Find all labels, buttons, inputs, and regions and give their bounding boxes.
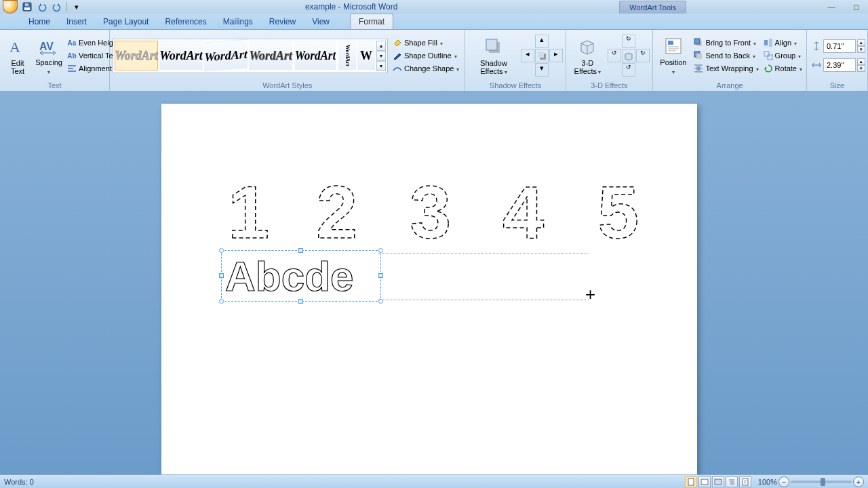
zoom-in-button[interactable]: + bbox=[853, 476, 864, 487]
alignment-icon bbox=[66, 63, 77, 74]
tab-insert[interactable]: Insert bbox=[58, 14, 95, 29]
height-spin-up[interactable]: ▴ bbox=[857, 39, 865, 46]
spacing-button[interactable]: AV Spacing bbox=[34, 34, 64, 77]
qat-customize-icon[interactable]: ▾ bbox=[70, 1, 83, 13]
svg-text:1: 1 bbox=[228, 170, 269, 251]
view-full-screen[interactable] bbox=[698, 476, 711, 487]
width-spin-up[interactable]: ▴ bbox=[857, 58, 865, 65]
zoom-level[interactable]: 100% bbox=[758, 478, 777, 486]
3d-effects-button[interactable]: 3-D Effects bbox=[569, 35, 607, 77]
tab-view[interactable]: View bbox=[304, 14, 338, 29]
svg-text:AV: AV bbox=[39, 41, 54, 52]
svg-rect-8 bbox=[538, 52, 544, 58]
svg-rect-27 bbox=[701, 479, 708, 485]
shape-fill-button[interactable]: Shape Fill bbox=[391, 37, 460, 49]
wordart-letters-selected[interactable]: Abcde bbox=[224, 253, 378, 299]
wordart-style-4[interactable]: WordArt bbox=[249, 41, 292, 70]
tab-page-layout[interactable]: Page Layout bbox=[95, 14, 157, 29]
undo-icon[interactable] bbox=[35, 1, 49, 13]
tilt-right[interactable]: ↻ bbox=[636, 49, 650, 62]
tilt-down[interactable]: ↺ bbox=[622, 63, 635, 77]
wordart-style-3[interactable]: WordArt bbox=[204, 39, 248, 72]
group-icon bbox=[763, 50, 774, 61]
nudge-shadow-right[interactable]: ▸ bbox=[549, 49, 563, 62]
shadow-icon bbox=[483, 36, 505, 58]
wordart-numbers: 1 2 3 4 5 bbox=[201, 157, 689, 251]
tab-review[interactable]: Review bbox=[261, 14, 304, 29]
tilt-up[interactable]: ↻ bbox=[622, 35, 635, 48]
gallery-scroll-up[interactable]: ▴ bbox=[376, 41, 386, 51]
view-draft[interactable] bbox=[739, 476, 751, 487]
minimize-button[interactable]: — bbox=[822, 1, 841, 12]
zoom-slider[interactable] bbox=[791, 481, 852, 483]
page: 1 2 3 4 5 Abcde + bbox=[161, 104, 697, 474]
nudge-shadow-left[interactable]: ◂ bbox=[521, 49, 534, 62]
svg-text:2: 2 bbox=[316, 170, 357, 251]
bring-to-front-button[interactable]: Bring to Front bbox=[692, 37, 760, 49]
width-field-row: ▴▾ bbox=[810, 58, 867, 73]
width-spin-down[interactable]: ▾ bbox=[857, 65, 865, 72]
gallery-more-button[interactable]: ▾ bbox=[376, 61, 386, 71]
save-icon[interactable] bbox=[20, 1, 34, 13]
change-shape-button[interactable]: Change Shape bbox=[391, 62, 460, 75]
nudge-shadow-up[interactable]: ▴ bbox=[535, 35, 549, 48]
3d-toggle[interactable] bbox=[622, 49, 635, 62]
height-spin-down[interactable]: ▾ bbox=[857, 46, 865, 53]
wordart-style-6[interactable]: WordArt bbox=[338, 41, 356, 70]
contextual-tab-label: WordArt Tools bbox=[619, 1, 686, 14]
status-words[interactable]: Words: 0 bbox=[4, 478, 34, 486]
tab-mailings[interactable]: Mailings bbox=[215, 14, 261, 29]
svg-rect-28 bbox=[715, 479, 722, 485]
shadow-toggle[interactable] bbox=[535, 49, 549, 62]
text-wrapping-button[interactable]: Text Wrapping bbox=[692, 62, 760, 75]
rotate-button[interactable]: Rotate bbox=[762, 62, 804, 75]
shape-outline-button[interactable]: Shape Outline bbox=[391, 49, 460, 62]
wordart-style-5[interactable]: WordArt bbox=[295, 41, 336, 70]
svg-rect-12 bbox=[694, 39, 700, 44]
svg-rect-15 bbox=[696, 66, 701, 70]
group-label-wordart-styles: WordArt Styles bbox=[113, 80, 462, 91]
width-icon bbox=[811, 60, 822, 70]
send-to-back-button[interactable]: Send to Back bbox=[692, 49, 760, 62]
wordart-style-1[interactable]: WordArt bbox=[115, 41, 158, 70]
align-button[interactable]: Align bbox=[762, 37, 804, 49]
ribbon-tabs: Home Insert Page Layout References Maili… bbox=[0, 14, 868, 30]
svg-rect-2 bbox=[25, 3, 28, 6]
bring-front-icon bbox=[693, 37, 704, 48]
shadow-effects-button[interactable]: Shadow Effects bbox=[468, 35, 519, 77]
status-bar: Words: 0 100% − + bbox=[0, 474, 868, 488]
tilt-left[interactable]: ↺ bbox=[608, 49, 621, 62]
paint-bucket-icon bbox=[392, 37, 403, 48]
cursor-crosshair: + bbox=[585, 284, 595, 305]
height-input[interactable] bbox=[823, 39, 856, 53]
redo-icon[interactable] bbox=[50, 1, 64, 13]
tab-format[interactable]: Format bbox=[350, 14, 393, 29]
svg-rect-10 bbox=[668, 41, 673, 45]
nudge-shadow-down[interactable]: ▾ bbox=[535, 63, 549, 77]
view-outline[interactable] bbox=[726, 476, 738, 487]
wordart-style-7[interactable]: W bbox=[357, 41, 375, 70]
document-area[interactable]: 1 2 3 4 5 Abcde + bbox=[0, 92, 868, 474]
gallery-scroll-down[interactable]: ▾ bbox=[376, 51, 386, 61]
group-button[interactable]: Group bbox=[762, 49, 804, 62]
view-print-layout[interactable] bbox=[685, 476, 697, 487]
ribbon: A Edit Text AV Spacing AaEven Height AbV… bbox=[0, 30, 868, 92]
svg-rect-17 bbox=[769, 39, 772, 47]
svg-rect-6 bbox=[486, 39, 497, 50]
tab-references[interactable]: References bbox=[157, 14, 214, 29]
group-label-size: Size bbox=[810, 80, 865, 91]
tab-home[interactable]: Home bbox=[20, 14, 58, 29]
wordart-style-2[interactable]: WordArt bbox=[159, 41, 203, 70]
zoom-out-button[interactable]: − bbox=[778, 476, 789, 487]
position-button[interactable]: Position bbox=[656, 34, 690, 77]
title-bar: ▾ example - Microsoft Word WordArt Tools… bbox=[0, 0, 868, 14]
change-shape-icon bbox=[392, 63, 403, 74]
svg-text:A: A bbox=[9, 39, 20, 56]
width-input[interactable] bbox=[823, 58, 856, 72]
view-web-layout[interactable] bbox=[712, 476, 724, 487]
office-button[interactable] bbox=[3, 0, 18, 14]
edit-text-icon: A bbox=[7, 36, 28, 58]
maximize-button[interactable]: ◻ bbox=[846, 1, 865, 12]
wordart-style-gallery[interactable]: WordArt WordArt WordArt WordArt WordArt … bbox=[113, 39, 388, 73]
edit-text-button[interactable]: A Edit Text bbox=[3, 35, 33, 77]
